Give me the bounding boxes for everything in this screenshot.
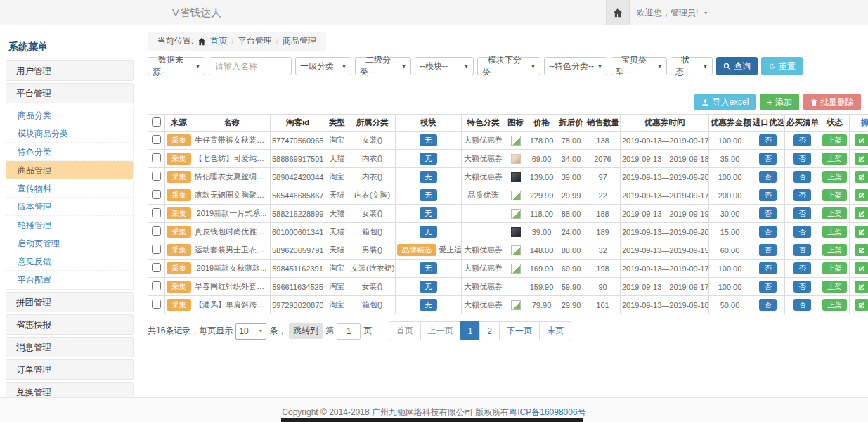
sidebar-item[interactable]: 意见反馈 [6, 252, 133, 271]
status-badge[interactable]: 上架 [822, 262, 847, 274]
sidebar-item[interactable]: 特色分类 [6, 143, 133, 161]
import-toggle[interactable]: 否 [759, 226, 777, 238]
edit-button[interactable] [855, 171, 868, 183]
row-checkbox[interactable] [152, 208, 161, 217]
status-badge[interactable]: 上架 [822, 171, 847, 183]
status-badge[interactable]: 上架 [822, 153, 847, 165]
filter-select[interactable]: --模块--▼ [415, 57, 474, 75]
row-checkbox[interactable] [152, 281, 161, 290]
row-checkbox[interactable] [152, 263, 161, 272]
import-toggle[interactable]: 否 [759, 171, 777, 183]
row-checkbox[interactable] [152, 135, 161, 144]
sidebar-group[interactable]: 拼团管理 [6, 292, 134, 312]
sidebar-item[interactable]: 轮播管理 [6, 216, 133, 234]
mustbuy-toggle[interactable]: 否 [793, 226, 811, 238]
row-checkbox[interactable] [152, 300, 161, 309]
module-badge[interactable]: 无 [420, 226, 437, 238]
mustbuy-toggle[interactable]: 否 [793, 281, 811, 293]
page-button[interactable]: 下一页 [499, 321, 540, 340]
mustbuy-toggle[interactable]: 否 [793, 153, 811, 165]
sidebar-group[interactable]: 兑换管理 [6, 382, 134, 397]
page-size-select[interactable]: 10 ▼ [235, 323, 266, 340]
page-button[interactable]: 末页 [539, 321, 571, 340]
module-badge[interactable]: 无 [420, 262, 437, 274]
jump-button[interactable]: 跳转到 [289, 323, 323, 339]
status-badge[interactable]: 上架 [822, 299, 847, 311]
sidebar-group[interactable]: 省惠快报 [6, 314, 134, 335]
filter-select[interactable]: --数据来源--▼ [148, 57, 205, 75]
mustbuy-toggle[interactable]: 否 [793, 299, 811, 311]
import-toggle[interactable]: 否 [759, 281, 777, 293]
sidebar-item[interactable]: 平台配置 [6, 271, 133, 289]
page-button[interactable]: 首页 [389, 321, 421, 340]
module-badge[interactable]: 无 [420, 281, 437, 293]
icp-link[interactable]: 粤ICP备16098006号 [509, 407, 585, 417]
module-badge[interactable]: 无 [420, 189, 437, 201]
sidebar-item[interactable]: 版本管理 [6, 198, 133, 216]
edit-button[interactable] [855, 189, 868, 201]
filter-select[interactable]: --特色分类--▼ [544, 57, 607, 75]
sidebar-item[interactable]: 宣传物料 [6, 179, 133, 198]
status-badge[interactable]: 上架 [822, 207, 847, 219]
name-search-input[interactable] [209, 57, 292, 75]
status-badge[interactable]: 上架 [822, 281, 847, 293]
select-all-checkbox[interactable] [152, 117, 161, 127]
status-badge[interactable]: 上架 [822, 244, 847, 256]
sidebar-group[interactable]: 消息管理 [6, 337, 134, 357]
module-badge[interactable]: 无 [420, 153, 437, 165]
edit-button[interactable] [855, 262, 868, 274]
jump-page-input[interactable] [337, 323, 361, 340]
module-badge[interactable]: 无 [420, 299, 437, 311]
import-toggle[interactable]: 否 [759, 153, 777, 165]
sidebar-item[interactable]: 模块商品分类 [6, 124, 133, 143]
mustbuy-toggle[interactable]: 否 [793, 207, 811, 219]
mustbuy-toggle[interactable]: 否 [793, 189, 811, 201]
sidebar-item[interactable]: 启动页管理 [6, 234, 133, 252]
sidebar-group[interactable]: 订单管理 [6, 359, 134, 380]
user-menu[interactable]: 欢迎您，管理员! ▼ [637, 0, 708, 26]
import-toggle[interactable]: 否 [759, 134, 777, 146]
breadcrumb-home-link[interactable]: 首页 [210, 35, 227, 47]
import-toggle[interactable]: 否 [759, 207, 777, 219]
row-checkbox[interactable] [152, 172, 161, 181]
page-button[interactable]: 2 [479, 321, 500, 340]
row-checkbox[interactable] [152, 226, 161, 236]
mustbuy-toggle[interactable]: 否 [793, 171, 811, 183]
batch-delete-button[interactable]: 批量删除 [803, 94, 861, 110]
edit-button[interactable] [855, 281, 868, 293]
sidebar-item[interactable]: 商品分类 [6, 106, 133, 124]
mustbuy-toggle[interactable]: 否 [793, 244, 811, 256]
page-button[interactable]: 上一页 [420, 321, 461, 340]
reset-button[interactable]: 重置 [761, 57, 803, 75]
filter-select[interactable]: --状态--▼ [671, 57, 713, 75]
sidebar-group[interactable]: 平台管理 [6, 83, 134, 103]
query-button[interactable]: 查询 [716, 57, 758, 75]
sidebar-item-active[interactable]: 商品管理 [6, 161, 133, 179]
module-badge[interactable]: 无 [420, 171, 437, 183]
row-checkbox[interactable] [152, 245, 161, 254]
status-badge[interactable]: 上架 [822, 134, 847, 146]
home-shortcut-button[interactable] [606, 0, 630, 25]
status-badge[interactable]: 上架 [822, 189, 847, 201]
edit-button[interactable] [855, 153, 868, 165]
edit-button[interactable] [855, 244, 868, 256]
import-toggle[interactable]: 否 [759, 299, 777, 311]
filter-select[interactable]: 一级分类▼ [295, 57, 351, 75]
sidebar-group[interactable]: 用户管理 [6, 60, 134, 81]
status-badge[interactable]: 上架 [822, 226, 847, 238]
row-checkbox[interactable] [152, 190, 161, 199]
import-toggle[interactable]: 否 [759, 244, 777, 256]
edit-button[interactable] [855, 226, 868, 238]
import-excel-button[interactable]: 导入excel [694, 94, 756, 110]
import-toggle[interactable]: 否 [759, 262, 777, 274]
edit-button[interactable] [855, 299, 868, 311]
module-badge[interactable]: 无 [420, 134, 437, 146]
module-badge[interactable]: 品牌精选 [397, 244, 436, 256]
filter-select[interactable]: --模块下分类--▼ [477, 57, 540, 75]
mustbuy-toggle[interactable]: 否 [793, 134, 811, 146]
edit-button[interactable] [855, 134, 868, 146]
filter-select[interactable]: --二级分类--▼ [355, 57, 411, 75]
mustbuy-toggle[interactable]: 否 [793, 262, 811, 274]
add-button[interactable]: + 添加 [760, 94, 799, 110]
module-badge[interactable]: 无 [420, 207, 437, 219]
